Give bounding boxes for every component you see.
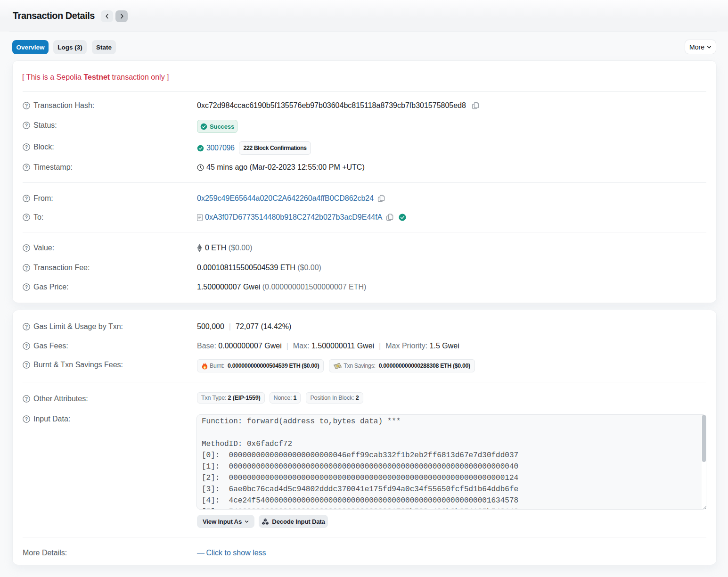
svg-text:?: ? [25,363,28,368]
svg-text:?: ? [25,417,28,422]
svg-text:?: ? [25,265,28,271]
svg-text:?: ? [25,246,28,251]
svg-text:?: ? [25,196,28,201]
svg-text:?: ? [25,285,28,290]
svg-text:?: ? [25,396,28,402]
svg-text:?: ? [25,344,28,349]
svg-text:?: ? [25,145,28,150]
svg-text:?: ? [25,324,28,330]
svg-text:?: ? [25,165,28,170]
svg-text:?: ? [25,215,28,220]
svg-text:?: ? [25,103,28,108]
svg-text:?: ? [25,123,28,128]
